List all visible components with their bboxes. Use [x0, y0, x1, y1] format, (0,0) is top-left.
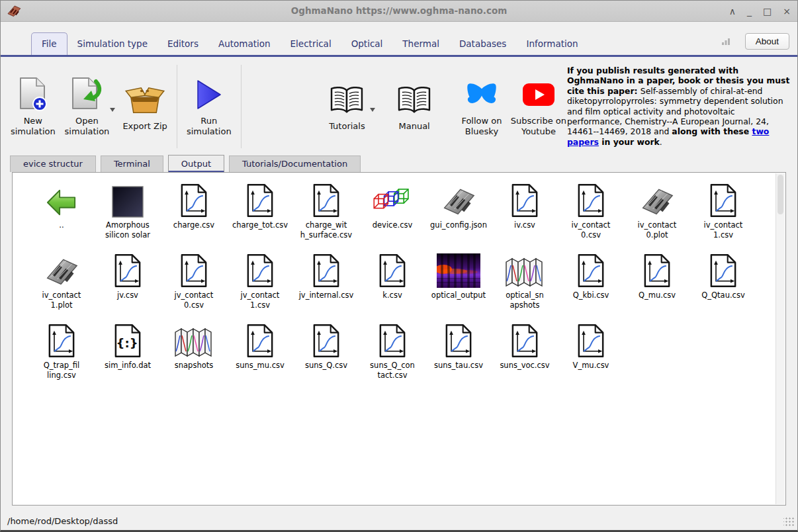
file-item[interactable]: suns_Q.csv [293, 320, 359, 390]
ribbon-tab-simulation-type[interactable]: Simulation type [67, 33, 157, 55]
citation-segment: along with these [672, 126, 752, 136]
csv-plot-file-icon [48, 320, 75, 358]
file-grid: ..Amorphous silicon solarcharge.csvcharg… [13, 173, 785, 390]
file-label: charge.csv [173, 220, 214, 230]
doc-tab-evice-structur[interactable]: evice structur [10, 155, 96, 172]
youtube-button[interactable]: Subscribe on Youtube [510, 75, 567, 138]
file-label: sim_info.dat [105, 361, 151, 371]
file-item[interactable]: gui_config.json [425, 179, 492, 249]
run-simulation-button[interactable]: Run simulation [182, 75, 236, 138]
csv-plot-file-icon [246, 320, 274, 358]
tutorials-button[interactable]: Tutorials [320, 81, 375, 132]
file-item[interactable]: charge.csv [161, 179, 227, 249]
file-label: jv_contact 1.csv [241, 290, 280, 310]
ribbon-tab-databases[interactable]: Databases [449, 33, 516, 55]
ribbon-tab-electrical[interactable]: Electrical [281, 33, 341, 55]
doc-tab-tutorials-documentation[interactable]: Tutorials/Documentation [229, 155, 361, 172]
file-item[interactable]: snapshots [161, 320, 227, 390]
file-item[interactable]: k.csv [359, 249, 425, 320]
export-zip-button[interactable]: Export Zip [118, 81, 172, 132]
doc-tab-terminal[interactable]: Terminal [101, 155, 163, 172]
file-label: jv_contact 0.csv [175, 290, 214, 310]
app-window: OghmaNano https://www.oghma-nano.com ∧_□… [0, 0, 798, 532]
file-label: device.csv [373, 220, 413, 230]
file-label: Q_mu.csv [639, 290, 676, 300]
citation-segment: in your work [599, 137, 660, 147]
csv-plot-file-icon [180, 249, 208, 288]
csv-plot-file-icon [246, 249, 274, 288]
csv-plot-file-icon [312, 320, 340, 358]
file-label: suns_Q.csv [305, 361, 347, 371]
file-item[interactable]: {:}sim_info.dat [95, 320, 161, 390]
resize-grip[interactable] [783, 517, 795, 527]
ribbon-tab-file[interactable]: File [31, 32, 67, 55]
solar-panel-icon [639, 179, 676, 218]
file-item[interactable]: suns_mu.csv [227, 320, 293, 390]
file-label: k.csv [382, 290, 402, 300]
file-item[interactable]: jv_contact 1.csv [227, 249, 293, 320]
minimize-button[interactable]: _ [747, 7, 752, 16]
file-label: Q_kbi.csv [573, 290, 609, 300]
material-thumbnail-icon [112, 179, 144, 218]
file-item[interactable]: Q_Qtau.csv [690, 249, 756, 320]
file-item[interactable]: iv_contact 0.plot [624, 179, 690, 249]
bluesky-button[interactable]: Follow on Bluesky [453, 75, 510, 138]
file-label: optical_output [431, 290, 486, 300]
manual-button[interactable]: Manual [387, 81, 441, 132]
file-item[interactable]: optical_output [425, 249, 492, 320]
file-label: Amorphous silicon solar [105, 220, 150, 240]
csv-plot-file-icon [643, 249, 671, 288]
file-item[interactable]: suns_Q_con tact.csv [359, 320, 425, 390]
file-item[interactable]: Q_kbi.csv [558, 249, 624, 320]
file-label: snapshots [175, 361, 213, 371]
file-label: suns_mu.csv [236, 361, 285, 371]
tutorials-dropdown-chevron-icon[interactable] [370, 108, 375, 112]
ribbon-tab-automation[interactable]: Automation [208, 33, 281, 55]
ribbon-tab-bar: FileSimulation typeEditorsAutomationElec… [1, 22, 797, 57]
csv-plot-file-icon [511, 320, 539, 358]
ribbon-tab-thermal[interactable]: Thermal [392, 33, 449, 55]
open-simulation-label: Open simulation [60, 116, 114, 138]
open-simulation-button[interactable]: Open simulation [60, 75, 114, 138]
file-item[interactable]: Q_trap_fil ling.csv [28, 320, 95, 390]
about-button[interactable]: About [745, 33, 789, 50]
ribbon-tab-information[interactable]: Information [516, 33, 588, 55]
file-item[interactable]: charge_tot.csv [227, 179, 293, 249]
file-item[interactable]: .. [28, 179, 95, 249]
file-item[interactable]: device.csv [359, 179, 425, 249]
maximize-button[interactable]: □ [763, 7, 772, 16]
file-item[interactable]: V_mu.csv [558, 320, 624, 390]
file-item[interactable]: jv.csv [95, 249, 161, 320]
file-item[interactable]: iv_contact 1.csv [690, 179, 756, 249]
open-book-icon [329, 81, 365, 119]
file-item[interactable]: iv.csv [492, 179, 558, 249]
file-item[interactable]: Q_mu.csv [624, 249, 690, 320]
csv-plot-file-icon [577, 249, 605, 288]
file-item[interactable]: suns_tau.csv [425, 320, 492, 390]
bluesky-butterfly-icon [464, 75, 500, 114]
scrollbar-thumb[interactable] [777, 175, 783, 214]
file-item[interactable]: jv_contact 0.csv [161, 249, 227, 320]
ribbon-tab-optical[interactable]: Optical [341, 33, 393, 55]
vertical-scrollbar[interactable] [776, 173, 785, 504]
file-label: jv.csv [117, 290, 138, 300]
file-item[interactable]: suns_voc.csv [492, 320, 558, 390]
file-item[interactable]: iv_contact 0.csv [558, 179, 624, 249]
close-button[interactable]: × [783, 7, 791, 16]
doc-tab-output[interactable]: Output [168, 155, 224, 173]
file-item[interactable]: iv_contact 1.plot [28, 249, 95, 320]
solar-panel-icon [43, 249, 80, 288]
file-label: iv_contact 1.csv [704, 220, 743, 240]
new-simulation-button[interactable]: New simulation [6, 75, 60, 138]
file-item[interactable]: charge_wit h_surface.csv [293, 179, 359, 249]
optical-output-thumbnail-icon [437, 249, 480, 288]
ribbon-tab-editors[interactable]: Editors [157, 33, 208, 55]
open-dropdown-chevron-icon[interactable] [110, 108, 115, 112]
youtube-label: Subscribe on Youtube [508, 116, 570, 138]
file-item[interactable]: jv_internal.csv [293, 249, 359, 320]
shade-button[interactable]: ∧ [729, 7, 736, 16]
signal-bars-icon [721, 35, 731, 48]
file-item[interactable]: Amorphous silicon solar [95, 179, 161, 249]
file-item[interactable]: optical_sn apshots [492, 249, 558, 320]
snapshots-icon [506, 249, 544, 288]
